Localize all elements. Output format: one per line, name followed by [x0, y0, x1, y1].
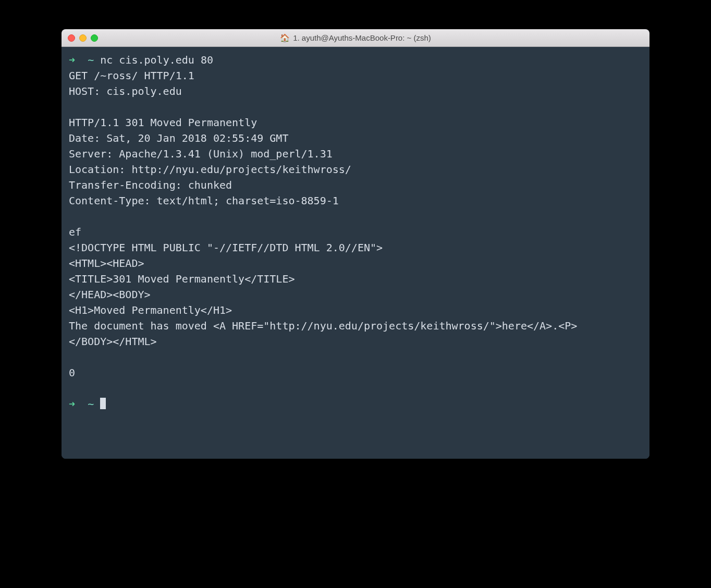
home-icon: 🏠 — [280, 33, 290, 43]
titlebar[interactable]: 🏠 1. ayuth@Ayuths-MacBook-Pro: ~ (zsh) — [62, 29, 649, 47]
terminal-line: ef — [69, 224, 642, 240]
terminal-line: </BODY></HTML> — [69, 334, 642, 349]
prompt-arrow: ➜ — [69, 398, 75, 410]
terminal-line — [69, 381, 642, 396]
terminal-line: Location: http://nyu.edu/projects/keithw… — [69, 162, 642, 177]
terminal-line: HTTP/1.1 301 Moved Permanently — [69, 115, 642, 130]
minimize-button[interactable] — [79, 34, 87, 42]
terminal-line: Content-Type: text/html; charset=iso-885… — [69, 193, 642, 209]
cursor — [100, 398, 106, 409]
close-button[interactable] — [68, 34, 75, 42]
terminal-line — [69, 209, 642, 224]
terminal-output: GET /~ross/ HTTP/1.1HOST: cis.poly.eduHT… — [69, 68, 642, 396]
terminal-line: </HEAD><BODY> — [69, 287, 642, 302]
terminal-line: GET /~ross/ HTTP/1.1 — [69, 68, 642, 83]
terminal-body[interactable]: ➜ ~ nc cis.poly.edu 80GET /~ross/ HTTP/1… — [62, 47, 649, 459]
terminal-line: <HTML><HEAD> — [69, 255, 642, 271]
terminal-line: HOST: cis.poly.edu — [69, 83, 642, 99]
traffic-lights — [68, 34, 98, 42]
window-title: 🏠 1. ayuth@Ayuths-MacBook-Pro: ~ (zsh) — [68, 33, 643, 43]
prompt-arrow: ➜ — [69, 54, 75, 66]
prompt-path: ~ — [88, 54, 94, 66]
terminal-line — [69, 349, 642, 365]
terminal-line: <H1>Moved Permanently</H1> — [69, 302, 642, 318]
terminal-line: The document has moved <A HREF="http://n… — [69, 318, 642, 334]
maximize-button[interactable] — [91, 34, 98, 42]
prompt-path: ~ — [88, 398, 94, 410]
terminal-line: Date: Sat, 20 Jan 2018 02:55:49 GMT — [69, 130, 642, 146]
terminal-line: <!DOCTYPE HTML PUBLIC "-//IETF//DTD HTML… — [69, 240, 642, 255]
terminal-line: <TITLE>301 Moved Permanently</TITLE> — [69, 271, 642, 287]
command-text: nc cis.poly.edu 80 — [100, 54, 213, 66]
window-title-text: 1. ayuth@Ayuths-MacBook-Pro: ~ (zsh) — [293, 33, 431, 42]
terminal-window: 🏠 1. ayuth@Ayuths-MacBook-Pro: ~ (zsh) ➜… — [62, 29, 649, 459]
terminal-line: 0 — [69, 365, 642, 381]
terminal-line — [69, 99, 642, 115]
terminal-line: Server: Apache/1.3.41 (Unix) mod_perl/1.… — [69, 146, 642, 162]
terminal-line: Transfer-Encoding: chunked — [69, 177, 642, 193]
